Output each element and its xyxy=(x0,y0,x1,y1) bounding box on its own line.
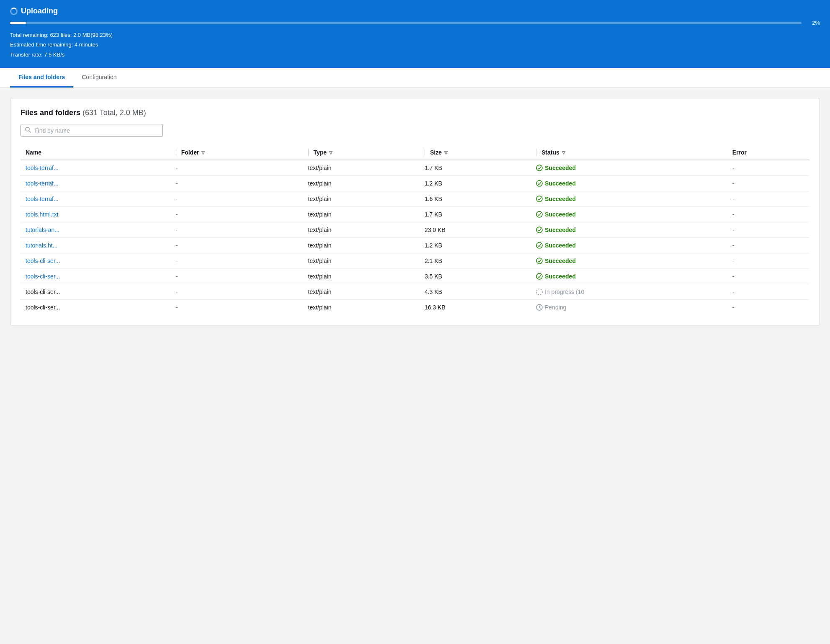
status-pending: Pending xyxy=(536,304,722,311)
tab-files-and-folders[interactable]: Files and folders xyxy=(10,68,73,88)
cell-folder: - xyxy=(171,253,303,269)
table-row: tools-cli-ser...-text/plain3.5 KB Succee… xyxy=(21,269,809,284)
tab-configuration[interactable]: Configuration xyxy=(73,68,125,88)
cell-folder: - xyxy=(171,300,303,315)
pending-circle-icon xyxy=(536,304,543,311)
file-link[interactable]: tools-terraf... xyxy=(26,180,59,187)
cell-name[interactable]: tools-cli-ser... xyxy=(21,269,171,284)
cell-name[interactable]: tutorials-an... xyxy=(21,222,171,238)
cell-error: - xyxy=(727,191,809,207)
cell-name[interactable]: tools.html.txt xyxy=(21,207,171,222)
status-succeeded: Succeeded xyxy=(536,180,722,187)
status-label: Succeeded xyxy=(545,258,576,264)
svg-point-5 xyxy=(536,211,542,217)
check-circle-icon xyxy=(536,211,543,218)
cell-type: text/plain xyxy=(303,191,420,207)
svg-line-13 xyxy=(539,307,541,308)
cell-status: Pending xyxy=(531,300,727,315)
file-link[interactable]: tools-terraf... xyxy=(26,196,59,202)
tabs: Files and folders Configuration xyxy=(10,68,820,88)
svg-point-10 xyxy=(536,289,542,295)
status-succeeded: Succeeded xyxy=(536,273,722,280)
upload-title: Uploading xyxy=(21,7,58,15)
cell-size: 23.0 KB xyxy=(420,222,531,238)
cell-name: tools-cli-ser... xyxy=(21,300,171,315)
status-inprogress: In progress (10 xyxy=(536,289,722,295)
sort-icon-status[interactable]: ▽ xyxy=(562,150,565,155)
cell-size: 16.3 KB xyxy=(420,300,531,315)
cell-folder: - xyxy=(171,160,303,176)
cell-size: 1.2 KB xyxy=(420,238,531,253)
status-succeeded: Succeeded xyxy=(536,242,722,249)
cell-size: 1.7 KB xyxy=(420,160,531,176)
stat-transfer-rate: Transfer rate: 7.5 KB/s xyxy=(10,50,820,59)
col-divider xyxy=(308,149,309,156)
cell-error: - xyxy=(727,176,809,191)
file-link[interactable]: tools.html.txt xyxy=(26,211,59,218)
search-input[interactable] xyxy=(34,127,158,134)
col-divider xyxy=(536,149,536,156)
cell-error: - xyxy=(727,253,809,269)
svg-point-3 xyxy=(536,180,542,186)
check-circle-icon xyxy=(536,196,543,202)
cell-error: - xyxy=(727,284,809,300)
cell-name[interactable]: tutorials.ht... xyxy=(21,238,171,253)
check-circle-icon xyxy=(536,227,543,233)
cell-size: 1.7 KB xyxy=(420,207,531,222)
svg-point-8 xyxy=(536,258,542,264)
cell-size: 1.6 KB xyxy=(420,191,531,207)
table-row: tools-terraf...-text/plain1.2 KB Succeed… xyxy=(21,176,809,191)
table-row: tools-cli-ser...-text/plain16.3 KB Pendi… xyxy=(21,300,809,315)
progress-bar-background xyxy=(10,22,802,24)
check-circle-icon xyxy=(536,165,543,171)
cell-folder: - xyxy=(171,191,303,207)
cell-name[interactable]: tools-terraf... xyxy=(21,176,171,191)
status-succeeded: Succeeded xyxy=(536,165,722,171)
status-label: In progress (10 xyxy=(545,289,584,295)
svg-point-9 xyxy=(536,273,542,279)
file-link[interactable]: tools-terraf... xyxy=(26,165,59,171)
cell-status: In progress (10 xyxy=(531,284,727,300)
sort-icon-size[interactable]: ▽ xyxy=(444,150,448,155)
col-divider xyxy=(176,149,176,156)
check-circle-icon xyxy=(536,258,543,264)
cell-folder: - xyxy=(171,176,303,191)
cell-error: - xyxy=(727,222,809,238)
svg-point-7 xyxy=(536,242,542,248)
col-header-name: Name xyxy=(21,145,171,160)
cell-type: text/plain xyxy=(303,222,420,238)
search-box xyxy=(21,124,163,137)
sort-icon-type[interactable]: ▽ xyxy=(329,150,333,155)
cell-status: Succeeded xyxy=(531,191,727,207)
check-circle-icon xyxy=(536,273,543,280)
file-link[interactable]: tools-cli-ser... xyxy=(26,258,60,264)
file-link[interactable]: tutorials.ht... xyxy=(26,242,57,249)
table-row: tools-terraf...-text/plain1.7 KB Succeed… xyxy=(21,160,809,176)
table-row: tools-terraf...-text/plain1.6 KB Succeed… xyxy=(21,191,809,207)
sort-icon-folder[interactable]: ▽ xyxy=(201,150,205,155)
svg-point-0 xyxy=(26,127,29,131)
cell-folder: - xyxy=(171,269,303,284)
status-label: Succeeded xyxy=(545,227,576,233)
file-link[interactable]: tools-cli-ser... xyxy=(26,273,60,280)
file-link[interactable]: tutorials-an... xyxy=(26,227,59,233)
status-label: Pending xyxy=(545,304,566,311)
search-icon xyxy=(25,127,31,134)
svg-point-6 xyxy=(536,227,542,233)
cell-size: 1.2 KB xyxy=(420,176,531,191)
status-succeeded: Succeeded xyxy=(536,196,722,202)
stat-total-remaining: Total remaining: 623 files: 2.0 MB(98.23… xyxy=(10,30,820,40)
upload-banner: Uploading 2% Total remaining: 623 files:… xyxy=(0,0,830,68)
cell-status: Succeeded xyxy=(531,222,727,238)
cell-name[interactable]: tools-cli-ser... xyxy=(21,253,171,269)
spinner-icon xyxy=(10,8,18,15)
table-header-row: Name Folder ▽ Type xyxy=(21,145,809,160)
cell-status: Succeeded xyxy=(531,207,727,222)
table-row: tutorials-an...-text/plain23.0 KB Succee… xyxy=(21,222,809,238)
cell-folder: - xyxy=(171,207,303,222)
col-header-folder: Folder ▽ xyxy=(171,145,303,160)
cell-status: Succeeded xyxy=(531,160,727,176)
cell-type: text/plain xyxy=(303,284,420,300)
cell-name[interactable]: tools-terraf... xyxy=(21,191,171,207)
cell-name[interactable]: tools-terraf... xyxy=(21,160,171,176)
